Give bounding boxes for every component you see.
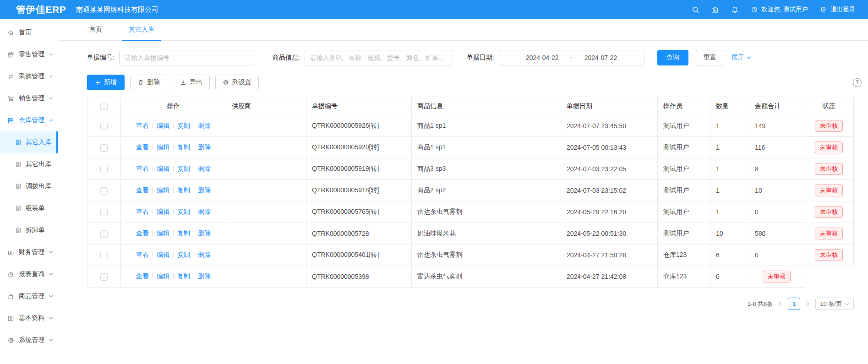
- col-header-operator: 操作员: [658, 97, 710, 115]
- cell-date: 2024-07-05 00:13:43: [561, 137, 658, 158]
- cell-date: 2024-04-27 21:42:08: [561, 266, 658, 288]
- delete-link[interactable]: 删除: [198, 251, 211, 258]
- sidebar-item-reports[interactable]: 报表查询: [0, 263, 58, 285]
- copy-link[interactable]: 复制: [177, 229, 190, 237]
- copy-link[interactable]: 复制: [177, 143, 190, 151]
- status-badge: 未审核: [815, 185, 843, 196]
- row-checkbox[interactable]: [100, 252, 108, 259]
- cell-amount: 149: [749, 115, 804, 137]
- row-checkbox[interactable]: [100, 166, 108, 173]
- view-link[interactable]: 查看: [136, 186, 149, 194]
- goods-info-input[interactable]: [305, 50, 452, 65]
- row-checkbox[interactable]: [100, 273, 108, 281]
- delete-link[interactable]: 删除: [198, 208, 211, 215]
- sidebar-item-other-inbound[interactable]: 其它入库: [0, 131, 58, 153]
- view-link[interactable]: 查看: [136, 251, 149, 258]
- column-settings-button[interactable]: 列设置: [215, 75, 259, 90]
- date-range-picker[interactable]: 2024-04-22 ~ 2024-07-22: [499, 50, 644, 65]
- reset-button[interactable]: 重置: [696, 50, 724, 65]
- page-size-select[interactable]: 10 条/页: [815, 298, 854, 310]
- next-page-button[interactable]: [805, 301, 811, 306]
- sidebar-item-finance[interactable]: 财务管理: [0, 241, 58, 263]
- sidebar-item-warehouse[interactable]: 仓库管理: [0, 109, 58, 131]
- search-icon[interactable]: [692, 6, 699, 14]
- copy-link[interactable]: 复制: [177, 208, 190, 215]
- status-badge: 未审核: [815, 141, 843, 153]
- delete-link[interactable]: 删除: [198, 122, 211, 129]
- view-link[interactable]: 查看: [136, 272, 149, 280]
- cell-bill-code: QTRK00000005919[转]: [306, 158, 412, 180]
- bank-icon[interactable]: [711, 6, 719, 14]
- row-checkbox[interactable]: [100, 144, 108, 152]
- delete-link[interactable]: 删除: [198, 165, 211, 172]
- export-button[interactable]: 导出: [173, 75, 210, 90]
- view-link[interactable]: 查看: [136, 122, 149, 129]
- row-checkbox[interactable]: [100, 123, 108, 130]
- user-welcome[interactable]: 欢迎您, 测试用户: [751, 5, 808, 14]
- expand-filters-link[interactable]: 展开: [732, 54, 751, 62]
- sidebar-item-assembly[interactable]: 组装单: [0, 197, 58, 219]
- sidebar-item-goods[interactable]: 商品管理: [0, 285, 58, 307]
- row-checkbox[interactable]: [100, 209, 108, 216]
- view-link[interactable]: 查看: [136, 165, 149, 172]
- view-link[interactable]: 查看: [136, 143, 149, 151]
- help-icon[interactable]: ?: [853, 78, 862, 87]
- sidebar-item-basic-data[interactable]: 基本资料: [0, 307, 58, 329]
- copy-link[interactable]: 复制: [177, 186, 190, 194]
- edit-link[interactable]: 编辑: [157, 229, 169, 237]
- tab-home[interactable]: 首页: [83, 19, 109, 40]
- inbound-table: 操作 供应商 单据编号 商品信息 单据日期 操作员 数量 金额合计 状态 查看: [87, 97, 854, 288]
- edit-link[interactable]: 编辑: [157, 122, 169, 129]
- sidebar-item-purchase[interactable]: 采购管理: [0, 65, 58, 87]
- gear-icon: [223, 79, 229, 86]
- chevron-down-icon: [845, 303, 849, 305]
- sidebar-item-other-outbound[interactable]: 其它出库: [0, 153, 58, 175]
- edit-link[interactable]: 编辑: [157, 143, 169, 151]
- delete-button[interactable]: 删除: [130, 75, 167, 90]
- row-checkbox[interactable]: [100, 230, 108, 238]
- retail-icon: [7, 51, 14, 58]
- edit-link[interactable]: 编辑: [157, 208, 169, 215]
- search-button[interactable]: 查询: [657, 50, 688, 65]
- copy-link[interactable]: 复制: [177, 251, 190, 258]
- sidebar-item-disassembly[interactable]: 拆卸单: [0, 219, 58, 241]
- sidebar-item-system[interactable]: 系统管理: [0, 329, 58, 351]
- chevron-down-icon: [49, 339, 53, 342]
- cell-qty: 10: [710, 223, 749, 244]
- delete-link[interactable]: 删除: [198, 272, 211, 280]
- bill-no-input[interactable]: [119, 50, 254, 65]
- delete-link[interactable]: 删除: [198, 186, 211, 194]
- logout-text: 退出登录: [830, 5, 855, 14]
- delete-link[interactable]: 删除: [198, 143, 211, 151]
- row-checkbox[interactable]: [100, 187, 108, 195]
- tab-other-inbound[interactable]: 其它入库: [122, 19, 161, 40]
- table-row: 查看编辑复制删除 QTRK00000005728 奶油味爆米花 2024-05-…: [87, 223, 854, 244]
- copy-link[interactable]: 复制: [177, 165, 190, 172]
- view-link[interactable]: 查看: [136, 229, 149, 237]
- sidebar-item-home[interactable]: 首页: [0, 22, 58, 43]
- edit-link[interactable]: 编辑: [157, 186, 169, 194]
- sidebar-item-retail[interactable]: 零售管理: [0, 43, 58, 65]
- cell-operator: 测试用户: [658, 180, 710, 201]
- sidebar-item-transfer-outbound[interactable]: 调拨出库: [0, 175, 58, 197]
- status-badge: 未审核: [763, 271, 791, 283]
- view-link[interactable]: 查看: [136, 208, 149, 215]
- cell-qty: 6: [710, 266, 749, 288]
- prev-page-button[interactable]: [777, 301, 783, 306]
- page-number-button[interactable]: 1: [788, 298, 800, 310]
- copy-link[interactable]: 复制: [177, 272, 190, 280]
- status-badge: 未审核: [815, 120, 843, 132]
- cell-bill-code: QTRK00000005920[转]: [306, 137, 412, 158]
- logout-button[interactable]: 退出登录: [820, 5, 855, 14]
- table-row: 查看编辑复制删除 QTRK00000005926[转] 商品1 sp1 2024…: [87, 115, 854, 137]
- add-button[interactable]: 新增: [87, 75, 125, 90]
- select-all-checkbox[interactable]: [100, 103, 108, 110]
- edit-link[interactable]: 编辑: [157, 272, 169, 280]
- copy-link[interactable]: 复制: [177, 122, 190, 129]
- edit-link[interactable]: 编辑: [157, 165, 169, 172]
- sidebar-item-sales[interactable]: 销售管理: [0, 87, 58, 109]
- chevron-right-icon: [806, 301, 809, 306]
- edit-link[interactable]: 编辑: [157, 251, 169, 258]
- delete-link[interactable]: 删除: [198, 229, 211, 237]
- bell-icon[interactable]: [731, 6, 739, 14]
